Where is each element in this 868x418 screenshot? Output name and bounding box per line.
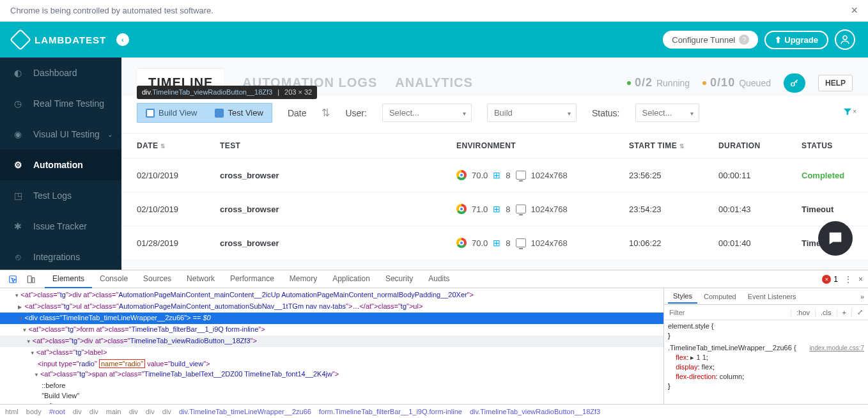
running-stat: 0/2Running xyxy=(627,76,690,89)
bug-icon: ✱ xyxy=(12,220,24,233)
brand-logo-icon xyxy=(10,29,31,50)
cube-icon: ◳ xyxy=(12,189,24,202)
sort-icon[interactable]: ⇅ xyxy=(160,143,164,150)
table-body: 02/10/2019cross_browser70.0⊞81024x76823:… xyxy=(121,159,868,260)
inspector-tooltip: div.TimelineTab_viewRadioButton__18Zf3|2… xyxy=(137,86,317,99)
windows-icon: ⊞ xyxy=(493,204,500,214)
devtools-tab-security[interactable]: Security xyxy=(378,270,421,288)
build-view-radio[interactable]: Build View xyxy=(137,103,206,123)
upgrade-arrow-icon: ⬆ xyxy=(775,35,782,45)
styles-tab-event-listeners[interactable]: Event Listeners xyxy=(743,290,802,303)
tab-analytics[interactable]: ANALYTICS xyxy=(395,69,473,97)
user-filter-label: User: xyxy=(345,108,366,118)
avatar[interactable] xyxy=(835,29,855,50)
svg-rect-3 xyxy=(27,275,31,283)
filter-bar: Build View Test View Date⇅ User: Select.… xyxy=(121,97,868,134)
sidebar-item-issues[interactable]: ✱Issue Tracker xyxy=(0,211,121,242)
sidebar: ◐Dashboard ◷Real Time Testing ◉Visual UI… xyxy=(0,58,121,270)
sidebar-item-dashboard[interactable]: ◐Dashboard xyxy=(0,58,121,88)
styles-filter-input[interactable] xyxy=(664,309,791,316)
dom-breadcrumb[interactable]: htmlbody#rootdivdivmaindivdivdivdiv.Time… xyxy=(0,404,868,418)
devtools-tab-memory[interactable]: Memory xyxy=(282,270,325,288)
close-icon[interactable]: × xyxy=(851,4,858,17)
help-button[interactable]: HELP xyxy=(818,75,853,91)
brand: LAMBDATEST ‹ xyxy=(13,32,129,47)
sidebar-item-automation[interactable]: ⚙Automation xyxy=(0,150,121,180)
table-header: DATE⇅ TEST ENVIRONMENT START TIME⇅ DURAT… xyxy=(121,134,868,159)
status-select[interactable]: Select... xyxy=(635,104,699,122)
status-filter-label: Status: xyxy=(592,108,620,118)
inspect-element-icon[interactable] xyxy=(5,272,20,286)
devtools-tab-elements[interactable]: Elements xyxy=(45,270,92,288)
table-row[interactable]: 01/28/2019cross_browser70.0⊞81024x76810:… xyxy=(121,226,868,260)
monitor-icon xyxy=(516,238,526,247)
monitor-icon xyxy=(516,171,526,180)
windows-icon: ⊞ xyxy=(493,238,500,248)
devtools-tab-application[interactable]: Application xyxy=(325,270,378,288)
main-panel: TIMELINE AUTOMATION LOGS ANALYTICS div.T… xyxy=(121,58,868,270)
eye-icon: ◉ xyxy=(12,128,24,141)
access-key-button[interactable] xyxy=(784,74,805,93)
plug-icon: ⎋ xyxy=(12,251,24,263)
build-select[interactable]: Build xyxy=(487,104,577,122)
intercom-launcher[interactable] xyxy=(818,221,853,256)
chrome-icon xyxy=(456,170,467,180)
cls-toggle[interactable]: .cls xyxy=(815,309,837,316)
dom-tree[interactable]: <at">class="tg">div at">class="Automatio… xyxy=(0,288,663,404)
device-toolbar-icon[interactable] xyxy=(23,272,38,286)
devtools-panel: ElementsConsoleSourcesNetworkPerformance… xyxy=(0,270,868,418)
sidebar-item-realtime[interactable]: ◷Real Time Testing xyxy=(0,88,121,119)
more-tabs-icon[interactable]: » xyxy=(860,293,864,300)
windows-icon: ⊞ xyxy=(493,170,500,180)
chevron-down-icon: ⌄ xyxy=(107,131,112,138)
svg-rect-4 xyxy=(32,277,35,283)
brand-name: LAMBDATEST xyxy=(35,35,106,45)
new-rule-button[interactable]: + xyxy=(837,309,851,316)
sidebar-item-integrations[interactable]: ⎋Integrations xyxy=(0,242,121,272)
clear-filter-button[interactable]: × xyxy=(842,107,853,120)
devtools-toolbar: ElementsConsoleSourcesNetworkPerformance… xyxy=(0,270,868,288)
app-header: LAMBDATEST ‹ Configure Tunnel ? ⬆ Upgrad… xyxy=(0,22,868,58)
chrome-icon xyxy=(456,238,467,248)
styles-rules[interactable]: element.style { } .TimelineTab_timeLineW… xyxy=(664,320,868,404)
sidebar-item-visual[interactable]: ◉Visual UI Testing⌄ xyxy=(0,119,121,150)
devtools-close-icon[interactable]: × xyxy=(858,275,863,284)
automation-banner-text: Chrome is being controlled by automated … xyxy=(10,6,213,15)
devtools-tab-sources[interactable]: Sources xyxy=(136,270,179,288)
devtools-tab-console[interactable]: Console xyxy=(92,270,136,288)
chrome-icon xyxy=(456,204,467,214)
sidebar-item-testlogs[interactable]: ◳Test Logs xyxy=(0,180,121,211)
devtools-settings-icon[interactable]: ⋮ xyxy=(844,275,852,284)
monitor-icon xyxy=(516,205,526,213)
test-view-radio[interactable]: Test View xyxy=(206,103,272,123)
error-badge[interactable]: ×1 xyxy=(822,275,838,284)
user-select[interactable]: Select... xyxy=(382,104,472,122)
sidebar-collapse-toggle[interactable]: ‹ xyxy=(116,33,129,46)
devtools-tab-audits[interactable]: Audits xyxy=(421,270,457,288)
queued-stat: 0/10Queued xyxy=(702,76,771,89)
clock-icon: ◷ xyxy=(12,97,24,110)
configure-tunnel-button[interactable]: Configure Tunnel ? xyxy=(663,31,758,49)
automation-banner: Chrome is being controlled by automated … xyxy=(0,0,868,22)
sort-icon[interactable]: ⇅ xyxy=(679,143,683,150)
date-filter-label: Date xyxy=(288,108,307,118)
svg-point-0 xyxy=(843,36,847,40)
robot-icon: ⚙ xyxy=(12,159,24,171)
hov-toggle[interactable]: :hov xyxy=(791,309,815,316)
devtools-tab-performance[interactable]: Performance xyxy=(222,270,282,288)
pin-icon[interactable]: ⤢ xyxy=(851,308,868,316)
table-row[interactable]: 02/10/2019cross_browser71.0⊞81024x76823:… xyxy=(121,192,868,226)
upgrade-button[interactable]: ⬆ Upgrade xyxy=(764,31,828,49)
styles-tab-computed[interactable]: Computed xyxy=(699,290,741,303)
sort-icon[interactable]: ⇅ xyxy=(322,107,330,119)
styles-tab-styles[interactable]: Styles xyxy=(668,290,697,304)
subnav-tabs: TIMELINE AUTOMATION LOGS ANALYTICS div.T… xyxy=(121,58,868,97)
help-icon: ? xyxy=(739,35,749,45)
view-toggle: Build View Test View xyxy=(137,103,272,123)
devtools-tab-network[interactable]: Network xyxy=(179,270,222,288)
selected-dom-node[interactable]: <div class="TimelineTab_timeLineWrapper_… xyxy=(0,313,663,324)
table-row[interactable]: 02/10/2019cross_browser70.0⊞81024x76823:… xyxy=(121,159,868,192)
gauge-icon: ◐ xyxy=(12,66,24,79)
styles-pane: StylesComputedEvent Listeners» :hov .cls… xyxy=(663,288,868,404)
